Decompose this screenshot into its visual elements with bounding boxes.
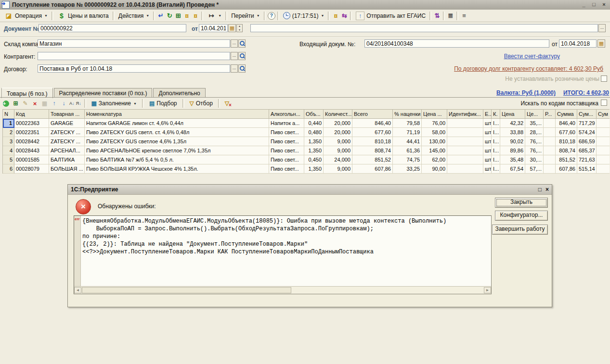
goto-button[interactable]: Перейти▼ xyxy=(229,12,262,20)
table-cell[interactable]: 00028442 xyxy=(14,137,49,146)
table-cell[interactable] xyxy=(447,164,483,174)
table-cell[interactable]: GARAGE xyxy=(49,119,85,128)
table-cell[interactable]: шт xyxy=(483,119,492,128)
column-header[interactable]: Код xyxy=(14,110,49,119)
table-cell[interactable]: I... xyxy=(492,155,500,164)
table-cell[interactable]: Пиво БАЛТИКА №7 ж/б 5,4 % 0,5 л. xyxy=(85,155,269,164)
table-cell[interactable]: 130,00 xyxy=(422,137,447,146)
post-document-icon[interactable]: ¤ xyxy=(182,12,191,20)
table-cell[interactable]: Напиток а... xyxy=(269,119,304,128)
scroll-right-icon[interactable]: ► xyxy=(484,287,491,293)
add-row-icon[interactable]: + xyxy=(3,100,9,107)
column-header[interactable]: Алкогольн... xyxy=(269,110,304,119)
table-cell[interactable]: 4 xyxy=(3,146,14,155)
table-cell[interactable] xyxy=(447,128,483,137)
fill-button[interactable]: ▦ Заполнение▼ xyxy=(89,100,139,107)
contract-search-icon[interactable] xyxy=(238,64,246,73)
column-header[interactable]: Номенклатура xyxy=(85,110,269,119)
unpost-document-icon[interactable]: ¤ xyxy=(191,12,200,20)
table-cell[interactable]: шт xyxy=(483,128,492,137)
table-cell[interactable]: 515,14 xyxy=(577,164,597,174)
table-cell[interactable]: 686,59 xyxy=(577,137,597,146)
table-cell[interactable]: 6 xyxy=(3,164,14,174)
table-cell[interactable]: 1 xyxy=(597,155,610,164)
error-textbox[interactable]: err {ВнешняяОбработка.МодульОбменаЕГАИС.… xyxy=(74,215,492,294)
table-cell[interactable]: Напиток GARAGE лимон ст. 4,6% 0,44л xyxy=(85,119,269,128)
column-header[interactable]: Р... xyxy=(544,110,556,119)
doc-date-input[interactable] xyxy=(199,24,228,32)
output-button[interactable]: ↦▼ xyxy=(205,11,224,21)
table-cell[interactable]: Пиво БОЛЬШАЯ КРУЖКА Чешское 4% 1,35л. xyxy=(85,164,269,174)
table-cell[interactable]: 607,86 xyxy=(556,164,577,174)
date-spinner[interactable]: ▲▼ xyxy=(236,24,243,32)
table-cell[interactable]: 20,000 xyxy=(324,128,352,137)
table-cell[interactable]: Пиво ZATECKY GUS светл. ст. 4,6% 0,48л xyxy=(85,128,269,137)
table-cell[interactable]: 808,74 xyxy=(556,146,577,155)
table-cell[interactable]: 851,52 xyxy=(556,155,577,164)
edit-row-icon[interactable]: ✎ xyxy=(21,100,29,108)
table-cell[interactable]: шт xyxy=(483,164,492,174)
warehouse-search-icon[interactable] xyxy=(238,39,246,48)
table-cell[interactable]: 9,000 xyxy=(324,164,352,174)
operation-button[interactable]: ◪ Операция▼ xyxy=(2,11,50,21)
save-close-icon[interactable]: ↵ xyxy=(156,12,165,20)
column-header[interactable]: К. xyxy=(492,110,500,119)
column-header[interactable]: Объ... xyxy=(304,110,324,119)
table-cell[interactable] xyxy=(447,155,483,164)
table-cell[interactable]: 810,18 xyxy=(352,137,393,146)
tab-additional[interactable]: Дополнительно xyxy=(153,88,205,98)
doc-number-input[interactable] xyxy=(39,24,186,32)
table-cell[interactable]: 574,24 xyxy=(577,128,597,137)
table-cell[interactable]: 721,63 xyxy=(577,155,597,164)
table-cell[interactable]: 0,480 xyxy=(304,128,324,137)
table-cell[interactable] xyxy=(544,119,556,128)
column-header[interactable]: Цена xyxy=(500,110,525,119)
table-cell[interactable]: 00001585 xyxy=(14,155,49,164)
table-cell[interactable]: 30,... xyxy=(525,155,544,164)
table-cell[interactable]: 90,00 xyxy=(422,164,447,174)
column-header[interactable]: N xyxy=(3,110,14,119)
dialog-close-button[interactable]: × xyxy=(545,186,549,193)
sort-columns-icon[interactable]: ⇅ xyxy=(433,12,441,20)
warehouse-input[interactable] xyxy=(38,39,230,48)
table-cell[interactable]: 2 xyxy=(3,128,14,137)
table-cell[interactable]: 76,... xyxy=(525,146,544,155)
table-cell[interactable] xyxy=(447,119,483,128)
table-cell[interactable]: 20,000 xyxy=(324,119,352,128)
table-cell[interactable]: 76,... xyxy=(525,137,544,146)
table-row[interactable]: 500001585БАЛТИКАПиво БАЛТИКА №7 ж/б 5,4 … xyxy=(3,155,610,164)
table-cell[interactable]: Пиво АРСЕНАЛЬНОЕ крепкое светлое 7,0% 1,… xyxy=(85,146,269,155)
table-cell[interactable]: 33,88 xyxy=(500,128,525,137)
table-cell[interactable]: 89,86 xyxy=(500,146,525,155)
table-cell[interactable]: 3 xyxy=(3,137,14,146)
table-cell[interactable]: 71,19 xyxy=(393,128,422,137)
column-header[interactable]: Товарная ... xyxy=(49,110,85,119)
column-header[interactable]: Цена ... xyxy=(422,110,447,119)
table-cell[interactable]: 35,48 xyxy=(500,155,525,164)
table-cell[interactable]: 810,18 xyxy=(556,137,577,146)
column-header[interactable]: Количест... xyxy=(324,110,352,119)
move-up-icon[interactable]: ↑ xyxy=(50,100,58,108)
scroll-left-icon[interactable]: ◄ xyxy=(74,287,81,293)
table-cell[interactable]: 9,000 xyxy=(324,137,352,146)
contract-ellipsis-button[interactable]: ... xyxy=(231,64,238,73)
column-header[interactable]: Сум... xyxy=(577,110,597,119)
filter-button[interactable]: ▽ Отбор xyxy=(187,100,215,107)
contractor-input[interactable] xyxy=(38,52,230,60)
horizontal-scrollbar[interactable]: ◄ ► xyxy=(74,286,491,294)
currency-link[interactable]: Валюта: Руб (1,0000) xyxy=(496,89,556,96)
incoming-date-input[interactable] xyxy=(559,39,597,48)
send-egais-button[interactable]: ↑ Отправить акт ЕГАИС xyxy=(353,11,428,21)
table-cell[interactable]: 851,52 xyxy=(352,155,393,164)
pick-button[interactable]: ▤ Подбор xyxy=(147,100,180,107)
table-cell[interactable]: 1 xyxy=(597,119,610,128)
table-row[interactable]: 200022351ZATECKY ...Пиво ZATECKY GUS све… xyxy=(3,128,610,137)
table-cell[interactable]: ZATECKY ... xyxy=(49,128,85,137)
table-cell[interactable]: ZATECKY ... xyxy=(49,137,85,146)
add-copy-row-icon[interactable]: ⊞ xyxy=(12,100,20,108)
table-cell[interactable]: 35,... xyxy=(525,119,544,128)
table-cell[interactable]: 28,... xyxy=(525,128,544,137)
search-by-supplier-codes-checkbox[interactable] xyxy=(601,100,607,106)
table-cell[interactable]: 62,00 xyxy=(422,155,447,164)
table-cell[interactable]: 5 xyxy=(3,155,14,164)
